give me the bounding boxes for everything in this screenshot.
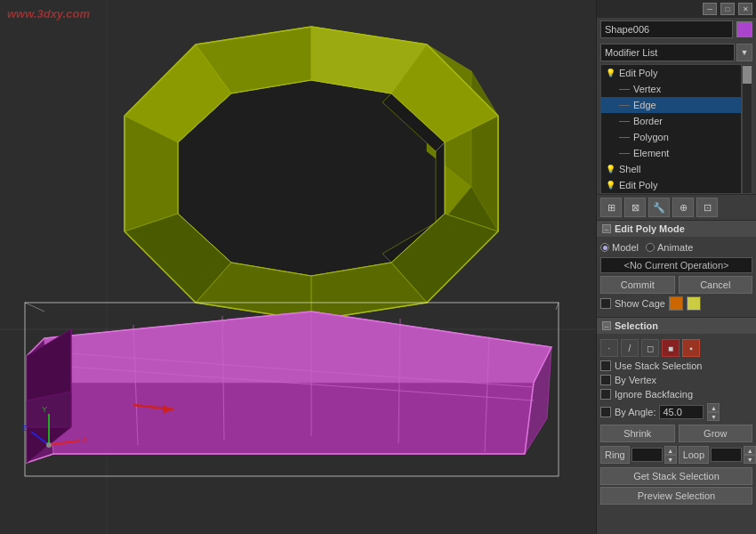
animate-label: Animate [657, 242, 693, 253]
svg-text:Y: Y [42, 405, 47, 414]
right-panel: ─ □ ✕ Modifier List ▼ 💡 Edit Poly Vertex [596, 0, 756, 534]
stack-item-edit-poly-2[interactable]: 💡 Edit Poly [601, 177, 741, 193]
ring-loop-row: Ring ▲ ▼ Loop ▲ ▼ [600, 444, 752, 465]
grow-button[interactable]: Grow [679, 425, 753, 442]
stack-item-element[interactable]: Element [601, 145, 741, 161]
loop-value-input[interactable] [711, 448, 742, 462]
modifier-stack-wrapper: 💡 Edit Poly Vertex Edge Border Polygon [600, 64, 752, 194]
current-operation-display: <No Current Operation> [600, 257, 752, 273]
model-radio[interactable]: Model [600, 242, 639, 253]
mode-radio-row: Model Animate [600, 240, 752, 255]
use-stack-checkbox[interactable] [600, 360, 611, 371]
svg-marker-32 [44, 383, 534, 454]
stack-line-border [619, 121, 630, 122]
close-button[interactable]: ✕ [738, 3, 752, 15]
model-radio-circle [600, 243, 609, 252]
selection-section: · / ◻ ■ ▪ Use Stack Selection By Vertex … [597, 334, 756, 510]
section-collapse-icon[interactable]: – [602, 224, 611, 233]
svg-text:X: X [82, 435, 87, 444]
by-vertex-label: By Vertex [615, 375, 656, 385]
unique-button[interactable]: ⊕ [672, 198, 694, 217]
commit-button[interactable]: Commit [600, 276, 675, 294]
sel-vertex-icon[interactable]: · [600, 339, 618, 357]
stack-label-polygon: Polygon [633, 132, 669, 142]
cage-color-1[interactable] [669, 296, 683, 311]
stack-label-shell: Shell [619, 164, 640, 174]
modifier-list-dropdown[interactable]: Modifier List [600, 44, 735, 61]
angle-down-button[interactable]: ▼ [707, 412, 720, 421]
top-bar: ─ □ ✕ [597, 0, 756, 18]
svg-marker-17 [436, 142, 445, 222]
show-cage-checkbox[interactable] [600, 298, 611, 309]
stack-item-edit-poly[interactable]: 💡 Edit Poly [601, 65, 741, 81]
get-stack-selection-button[interactable]: Get Stack Selection [600, 467, 752, 485]
section-collapse-sel-icon[interactable]: – [602, 321, 611, 330]
stack-label-edit-poly-2: Edit Poly [619, 180, 657, 190]
edit-poly-mode-title: Edit Poly Mode [615, 223, 685, 234]
loop-up-button[interactable]: ▲ [744, 446, 756, 455]
sel-polygon-icon[interactable]: ■ [662, 339, 680, 357]
by-angle-checkbox[interactable] [600, 407, 611, 417]
scroll-thumb[interactable] [743, 66, 752, 84]
angle-input[interactable] [659, 405, 704, 419]
by-angle-label: By Angle: [615, 407, 655, 417]
use-stack-row[interactable]: Use Stack Selection [600, 359, 752, 373]
loop-button[interactable]: Loop [679, 446, 709, 464]
ignore-backfacing-row[interactable]: Ignore Backfacing [600, 387, 752, 401]
minimize-button[interactable]: ─ [703, 3, 717, 15]
ignore-backfacing-checkbox[interactable] [600, 389, 611, 400]
by-angle-row: By Angle: ▲ ▼ [600, 401, 752, 423]
stack-line-polygon [619, 137, 630, 138]
selection-title: Selection [615, 320, 658, 331]
preview-selection-button[interactable]: Preview Selection [600, 487, 752, 505]
stack-label-edit-poly: Edit Poly [619, 68, 657, 78]
selection-header[interactable]: – Selection [597, 317, 756, 334]
svg-text:Z: Z [22, 424, 28, 433]
maximize-button[interactable]: □ [720, 3, 735, 15]
ring-value-input[interactable] [631, 448, 663, 462]
object-row [597, 18, 756, 41]
stack-line [619, 89, 630, 90]
bulb-icon: 💡 [605, 68, 615, 78]
modifier-stack: 💡 Edit Poly Vertex Edge Border Polygon [600, 64, 742, 194]
cancel-button[interactable]: Cancel [679, 276, 753, 294]
object-name-input[interactable] [600, 20, 733, 38]
object-color-swatch[interactable] [736, 21, 752, 37]
show-end-result-button[interactable]: ⊡ [696, 198, 718, 217]
edit-poly-mode-header[interactable]: – Edit Poly Mode [597, 220, 756, 237]
stack-item-vertex[interactable]: Vertex [601, 81, 741, 97]
angle-up-button[interactable]: ▲ [707, 403, 720, 412]
modifier-list-row: Modifier List ▼ [597, 41, 756, 64]
sel-edge-icon[interactable]: / [621, 339, 639, 357]
loop-down-button[interactable]: ▼ [744, 455, 756, 464]
sel-border-icon[interactable]: ◻ [641, 339, 659, 357]
configure-button[interactable]: 🔧 [648, 198, 670, 217]
stack-item-edge[interactable]: Edge [601, 97, 741, 113]
stack-scrollbar[interactable] [742, 64, 752, 194]
by-vertex-row[interactable]: By Vertex [600, 373, 752, 387]
cage-color-2[interactable] [687, 296, 701, 311]
edit-poly-mode-section: Model Animate <No Current Operation> Com… [597, 237, 756, 317]
ring-up-button[interactable]: ▲ [664, 446, 677, 455]
animate-radio[interactable]: Animate [646, 242, 693, 253]
svg-point-56 [46, 442, 52, 448]
sel-element-icon[interactable]: ▪ [682, 339, 700, 357]
viewport[interactable]: www.3dxy.com [0, 0, 596, 534]
stack-item-shell[interactable]: 💡 Shell [601, 161, 741, 177]
bulb-icon-shell: 💡 [605, 164, 615, 174]
stack-label-vertex: Vertex [633, 84, 661, 94]
ring-button[interactable]: Ring [600, 446, 630, 464]
ring-down-button[interactable]: ▼ [664, 455, 677, 464]
by-vertex-checkbox[interactable] [600, 375, 611, 385]
animate-radio-circle [646, 243, 655, 252]
modifier-list-arrow[interactable]: ▼ [736, 44, 752, 61]
ignore-backfacing-label: Ignore Backfacing [615, 389, 693, 400]
shrink-button[interactable]: Shrink [600, 425, 675, 442]
stack-label-edge: Edge [633, 100, 656, 110]
pin-stack-button[interactable]: ⊞ [600, 198, 622, 217]
3d-object-shell [125, 27, 498, 320]
stack-item-polygon[interactable]: Polygon [601, 129, 741, 145]
remove-modifier-button[interactable]: ⊠ [624, 198, 646, 217]
stack-item-border[interactable]: Border [601, 113, 741, 129]
show-cage-label: Show Cage [615, 298, 665, 309]
